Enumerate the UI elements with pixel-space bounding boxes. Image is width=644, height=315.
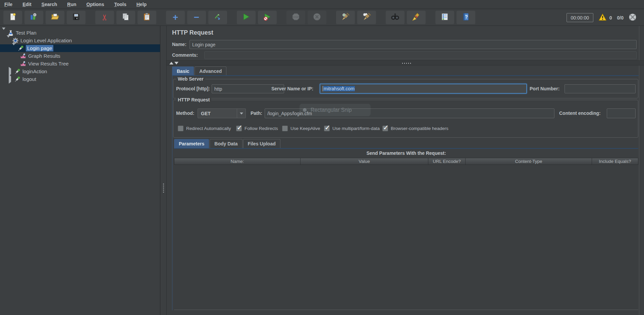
expander-icon[interactable] [9,69,13,74]
menu-search[interactable]: Search [41,1,58,8]
checkbox-icon[interactable] [282,126,288,131]
clear-all-icon [362,12,371,22]
splitter-grip[interactable] [162,183,165,193]
tree-item-graph-results[interactable]: Graph Results [0,52,160,60]
expander-icon[interactable] [2,30,6,36]
tree-main-splitter[interactable] [160,26,167,315]
splitter-grip[interactable] [401,62,412,64]
clear-all-button[interactable] [357,11,376,24]
clear-button[interactable] [336,11,355,24]
remove-element-button[interactable]: − [187,11,206,24]
menu-run[interactable]: Run [66,1,77,8]
start-no-pauses-button[interactable] [258,11,277,24]
tree-item-view-results-tree[interactable]: View Results Tree [0,60,160,68]
status-cluster: 00:00:00 0 0/0 [567,9,637,26]
menu-file[interactable]: File [3,1,13,8]
collapse-up-icon[interactable] [169,62,173,64]
tree-item-login-page[interactable]: Login page [0,44,160,52]
search-button[interactable] [386,11,405,24]
chevron-down-icon[interactable] [237,109,246,118]
stop-button[interactable]: STOP [286,11,305,24]
help-button[interactable]: ? [457,11,475,24]
tree-item-login-level-application[interactable]: Login Level Application [0,37,160,44]
templates-button[interactable] [24,11,43,24]
content-encoding-input[interactable] [607,108,636,118]
checkbox-checked-icon[interactable] [236,126,242,131]
new-file-button[interactable] [3,11,22,24]
search-reset-button[interactable] [407,11,426,24]
checkbox-checked-icon[interactable] [324,126,330,131]
column-header-include-equals[interactable]: Include Equals? [592,158,638,165]
redirect-automatically-checkbox[interactable]: Redirect Automatically [178,124,231,132]
svg-text:?: ? [465,14,468,19]
expander-icon[interactable] [12,45,16,51]
port-label: Port Number: [530,86,559,91]
use-keepalive-checkbox[interactable]: Use KeepAlive [282,124,320,132]
tab-files-upload[interactable]: Files Upload [243,139,280,148]
function-helper-button[interactable] [435,11,454,24]
checkbox-icon[interactable] [178,126,183,131]
column-header-value[interactable]: Value [301,158,428,165]
save-icon [72,12,80,22]
tab-basic[interactable]: Basic [172,66,194,76]
shutdown-icon [313,12,321,22]
column-header-name[interactable]: Name: [174,158,301,165]
expander-icon[interactable] [9,76,13,82]
paste-icon [143,12,151,22]
warning-triangle-icon [598,13,607,22]
log-warning-indicator[interactable]: 0 [598,13,612,22]
add-element-button[interactable]: + [166,11,185,24]
body-tabs: Parameters Body Data Files Upload [174,139,281,148]
search-icon [391,12,399,22]
open-file-button[interactable] [46,11,64,24]
toolbar: ✂ + − STOP ? [0,9,644,26]
text-caret [323,86,323,91]
collapse-down-icon[interactable] [174,62,178,64]
shutdown-button[interactable] [308,11,326,24]
menu-help[interactable]: Help [136,1,148,8]
port-input[interactable] [565,84,636,93]
editor-header-splitter[interactable] [167,60,644,65]
comments-input[interactable] [204,51,637,59]
tree-item-loginaction[interactable]: loginAction [0,68,160,75]
method-select[interactable]: GET [198,108,246,118]
toggle-button[interactable] [208,11,227,24]
tab-body-data[interactable]: Body Data [210,139,242,148]
expander-icon[interactable] [7,38,11,43]
paste-button[interactable] [138,11,156,24]
browser-compatible-headers-checkbox[interactable]: Browser-compatible headers [382,124,448,132]
tab-advanced[interactable]: Advanced [195,66,226,76]
start-button[interactable] [237,11,256,24]
thread-counter: 0/0 [617,15,624,20]
thread-group-gear-icon [12,38,18,44]
checkbox-checked-icon[interactable] [382,126,388,131]
tab-parameters[interactable]: Parameters [174,139,209,148]
add-icon: + [173,13,178,22]
follow-redirects-checkbox[interactable]: Follow Redirects [236,124,278,132]
name-input[interactable]: Login page [190,40,637,49]
menu-options[interactable]: Options [86,1,105,8]
help-icon: ? [462,12,470,22]
warning-count: 0 [609,15,612,20]
tree-item-test-plan[interactable]: Test Plan [0,29,160,37]
name-label: Name: [172,42,186,47]
menu-tools[interactable]: Tools [113,1,127,8]
cut-button[interactable]: ✂ [95,11,114,24]
params-table-caption: Send Parameters With the Request: [174,150,638,156]
listener-chart-icon [20,61,26,67]
toggle-icon [213,12,222,22]
copy-button[interactable] [116,11,135,24]
snip-ghost-dot-icon [303,108,307,112]
column-header-url-encode[interactable]: URL Encode? [428,158,466,165]
stop-icon: STOP [291,12,300,22]
request-options-row: Redirect Automatically Follow Redirects … [173,124,638,132]
column-header-content-type[interactable]: Content-Type [466,158,592,165]
save-button[interactable] [67,11,86,24]
params-table-body[interactable] [174,165,638,310]
clear-icon [341,12,350,22]
menu-edit[interactable]: Edit [21,1,32,8]
config-tabs: Basic Advanced [172,66,227,76]
use-multipart-checkbox[interactable]: Use multipart/form-data [324,124,380,132]
server-name-input[interactable]: mitrahsoft.com [320,84,527,94]
tree-item-logout[interactable]: logout [0,75,160,83]
